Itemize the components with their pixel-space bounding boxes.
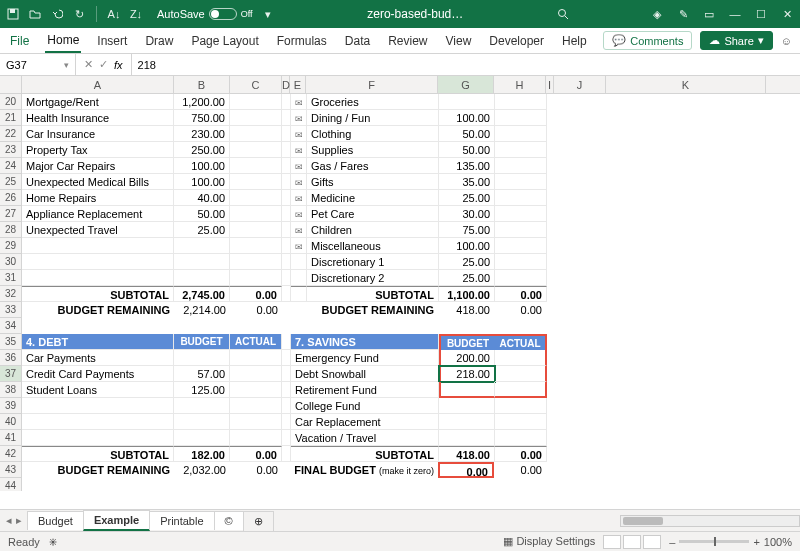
- cell[interactable]: [495, 222, 547, 238]
- qat-dropdown-icon[interactable]: ▾: [261, 7, 275, 21]
- cell-label[interactable]: Credit Card Payments: [22, 366, 174, 382]
- envelope-icon[interactable]: ✉: [291, 190, 307, 206]
- gap[interactable]: [282, 222, 291, 238]
- cell[interactable]: [282, 478, 290, 491]
- col-header-J[interactable]: J: [554, 76, 606, 93]
- row-header[interactable]: 37: [0, 366, 22, 382]
- cell[interactable]: [230, 174, 282, 190]
- cell-value[interactable]: 50.00: [174, 206, 230, 222]
- savings-budget-hdr[interactable]: BUDGET: [439, 334, 495, 350]
- gap[interactable]: [282, 254, 291, 270]
- remaining-value[interactable]: 0.00: [230, 302, 282, 318]
- cell-label[interactable]: Gas / Fares: [307, 158, 439, 174]
- gap[interactable]: [282, 398, 291, 414]
- cell[interactable]: [495, 206, 547, 222]
- subtotal-label[interactable]: SUBTOTAL: [22, 446, 174, 462]
- cell-value[interactable]: 100.00: [439, 238, 495, 254]
- col-header-D[interactable]: D: [282, 76, 290, 93]
- cell[interactable]: [230, 318, 282, 334]
- display-settings[interactable]: ▦ Display Settings: [503, 535, 595, 548]
- col-header-H[interactable]: H: [494, 76, 546, 93]
- cell-label[interactable]: Car Payments: [22, 350, 174, 366]
- col-header-A[interactable]: A: [22, 76, 174, 93]
- cell[interactable]: [495, 254, 547, 270]
- gap[interactable]: [282, 142, 291, 158]
- gap[interactable]: [282, 174, 291, 190]
- sheet-tab-printable[interactable]: Printable: [149, 511, 214, 530]
- cell-label[interactable]: Health Insurance: [22, 110, 174, 126]
- spreadsheet-grid[interactable]: ABCDEFGHIJK 20Mortgage/Rent1,200.00✉Groc…: [0, 76, 800, 491]
- tab-help[interactable]: Help: [560, 30, 589, 52]
- horizontal-scrollbar[interactable]: [620, 515, 800, 527]
- cell-value[interactable]: 50.00: [439, 126, 495, 142]
- gap[interactable]: [282, 382, 291, 398]
- cell-value[interactable]: 250.00: [174, 142, 230, 158]
- cell[interactable]: [174, 318, 230, 334]
- gap[interactable]: [282, 238, 291, 254]
- cell-value[interactable]: 57.00: [174, 366, 230, 382]
- row-header[interactable]: 39: [0, 398, 22, 414]
- row-header[interactable]: 22: [0, 126, 22, 142]
- cell[interactable]: [495, 158, 547, 174]
- cell-value[interactable]: [174, 254, 230, 270]
- cell[interactable]: [495, 238, 547, 254]
- final-budget-label[interactable]: FINAL BUDGET (make it zero): [290, 462, 438, 478]
- cell-label[interactable]: Supplies: [307, 142, 439, 158]
- cell-value[interactable]: 230.00: [174, 126, 230, 142]
- cell-value[interactable]: 25.00: [439, 190, 495, 206]
- cell-value[interactable]: 35.00: [439, 174, 495, 190]
- debt-budget-hdr[interactable]: BUDGET: [174, 334, 230, 350]
- subtotal-label[interactable]: SUBTOTAL: [291, 446, 439, 462]
- cell-label[interactable]: Car Insurance: [22, 126, 174, 142]
- cell[interactable]: [282, 318, 290, 334]
- gap[interactable]: [282, 270, 291, 286]
- cell-value[interactable]: [174, 350, 230, 366]
- cancel-icon[interactable]: ✕: [84, 58, 93, 71]
- cell[interactable]: [230, 366, 282, 382]
- row-header[interactable]: 38: [0, 382, 22, 398]
- envelope-icon[interactable]: ✉: [291, 110, 307, 126]
- row-header[interactable]: 25: [0, 174, 22, 190]
- cell-value[interactable]: [174, 238, 230, 254]
- cell-label[interactable]: Debt Snowball: [291, 366, 439, 382]
- cell[interactable]: [230, 158, 282, 174]
- cell[interactable]: [230, 238, 282, 254]
- envelope-icon[interactable]: ✉: [291, 126, 307, 142]
- zoom-slider[interactable]: [679, 540, 749, 543]
- cell[interactable]: [230, 478, 282, 491]
- col-header-C[interactable]: C: [230, 76, 282, 93]
- remaining-value[interactable]: 418.00: [438, 302, 494, 318]
- cell-value[interactable]: 125.00: [174, 382, 230, 398]
- col-header-K[interactable]: K: [606, 76, 766, 93]
- normal-view-icon[interactable]: [603, 535, 621, 549]
- ribbon-display-icon[interactable]: ▭: [702, 7, 716, 21]
- row-header[interactable]: 33: [0, 302, 22, 318]
- sort-asc-icon[interactable]: A↓: [107, 7, 121, 21]
- sheet-nav-prev-icon[interactable]: ◂: [6, 514, 12, 527]
- cell[interactable]: [438, 478, 494, 491]
- gap[interactable]: [282, 110, 291, 126]
- gap[interactable]: [282, 334, 291, 350]
- cell-label[interactable]: Medicine: [307, 190, 439, 206]
- cell-value[interactable]: 25.00: [174, 222, 230, 238]
- cell-label[interactable]: [22, 414, 174, 430]
- cell-label[interactable]: [22, 398, 174, 414]
- sheet-tab-budget[interactable]: Budget: [27, 511, 84, 530]
- maximize-icon[interactable]: ☐: [754, 7, 768, 21]
- page-break-view-icon[interactable]: [643, 535, 661, 549]
- cell[interactable]: [22, 478, 174, 491]
- gap[interactable]: [282, 190, 291, 206]
- gap[interactable]: [282, 94, 291, 110]
- cell-value[interactable]: 50.00: [439, 142, 495, 158]
- gap[interactable]: [282, 414, 291, 430]
- remaining-label[interactable]: BUDGET REMAINING: [22, 302, 174, 318]
- subtotal-value[interactable]: 0.00: [230, 286, 282, 302]
- cell-value[interactable]: [439, 430, 495, 446]
- gap[interactable]: [282, 350, 291, 366]
- enter-icon[interactable]: ✓: [99, 58, 108, 71]
- cell[interactable]: [230, 94, 282, 110]
- cell[interactable]: [230, 206, 282, 222]
- cell-label[interactable]: Emergency Fund: [291, 350, 439, 366]
- cell[interactable]: [494, 478, 546, 491]
- row-header[interactable]: 29: [0, 238, 22, 254]
